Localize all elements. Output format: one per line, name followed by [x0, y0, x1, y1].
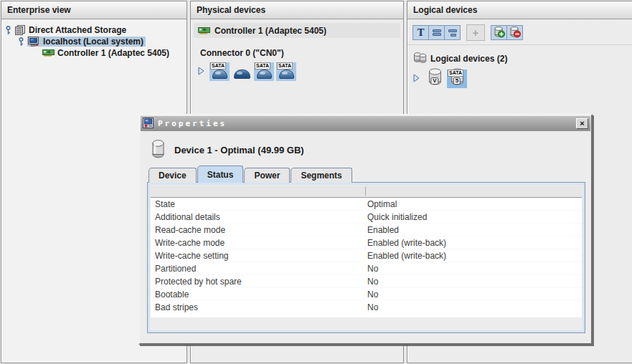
property-value: Optimal	[365, 199, 582, 209]
logical-devices-group[interactable]: Logical devices (2)	[413, 52, 632, 66]
create-logical-device-icon	[494, 26, 505, 40]
controller-bar[interactable]: Controller 1 (Adaptec 5405)	[194, 23, 400, 38]
expand-button[interactable]: +	[466, 24, 485, 41]
controller-card-icon	[42, 49, 55, 57]
tree-item-localhost[interactable]: localhost (Local system)	[1, 36, 187, 47]
logical-devices-group-label: Logical devices (2)	[430, 54, 507, 64]
create-logical-device-button[interactable]	[491, 25, 507, 40]
device-heading-row: Device 1 - Optimal (49.99 GB)	[151, 140, 591, 161]
collapse-arrow-icon[interactable]	[198, 67, 204, 77]
table-row: Write-cache settingEnabled (write-back)	[151, 249, 582, 262]
tab-status[interactable]: Status	[197, 166, 244, 183]
property-name: Protected by hot spare	[151, 277, 365, 287]
property-value: Quick initialized	[365, 212, 582, 222]
property-name: State	[151, 199, 365, 209]
table-row: Additional detailsQuick initialized	[151, 211, 582, 224]
physical-disk[interactable]: SATA	[209, 62, 230, 81]
disk-icon	[212, 70, 227, 79]
logical-device-selected[interactable]: SATA 5	[447, 70, 467, 88]
close-button[interactable]: ×	[576, 118, 588, 129]
tree-item-label: localhost (Local system)	[43, 37, 143, 47]
property-name: Read-cache mode	[151, 225, 365, 235]
physical-disk[interactable]: SATA	[254, 62, 274, 81]
tree-item-controller[interactable]: Controller 1 (Adaptec 5405)	[1, 47, 187, 59]
tree-item-label: Controller 1 (Adaptec 5405)	[57, 48, 169, 58]
device-heading: Device 1 - Optimal (49.99 GB)	[174, 145, 304, 155]
logical-device-row: V SATA 5	[413, 70, 632, 88]
table-row: Protected by hot spareNo	[151, 275, 582, 288]
delete-logical-device-button[interactable]	[506, 25, 523, 40]
property-value: No	[365, 264, 582, 274]
table-row: Bad stripesNo	[151, 301, 582, 314]
delete-logical-device-icon	[509, 26, 521, 40]
property-name: Write-cache mode	[151, 238, 365, 248]
sata-badge: SATA	[448, 70, 463, 77]
device-letter-badge: V	[430, 77, 438, 85]
table-row: Write-cache modeEnabled (write-back)	[151, 236, 582, 249]
table-header[interactable]	[151, 186, 582, 198]
property-value: No	[365, 277, 582, 287]
property-name: Bootable	[151, 289, 365, 300]
table-row: PartitionedNo	[151, 262, 582, 275]
logical-device[interactable]: V	[426, 70, 443, 88]
table-row: StateOptimal	[151, 198, 582, 211]
text-view-button[interactable]: T	[412, 25, 429, 40]
properties-table: StateOptimal Additional detailsQuick ini…	[151, 186, 582, 317]
property-name: Partitioned	[151, 264, 365, 274]
disk-icon	[234, 70, 250, 79]
property-value: Enabled	[365, 225, 582, 235]
compact-view-button[interactable]	[444, 25, 461, 40]
physical-devices-title: Physical devices	[197, 5, 265, 15]
tab-power[interactable]: Power	[244, 168, 290, 183]
logical-devices-header: Logical devices	[407, 1, 632, 19]
text-view-icon: T	[418, 28, 425, 37]
dialog-titlebar[interactable]: Properties ×	[141, 116, 590, 131]
logical-devices-group-icon	[413, 52, 427, 66]
enterprise-view-header: Enterprise view	[1, 1, 187, 19]
enterprise-tree: Direct Attached Storage localhost (Local…	[1, 19, 187, 59]
controller-card-icon	[198, 27, 210, 34]
tab-device[interactable]: Device	[148, 168, 197, 183]
property-name: Additional details	[151, 212, 365, 222]
status-tab-content: StateOptimal Additional detailsQuick ini…	[147, 182, 585, 333]
disk-icon	[257, 70, 272, 79]
physical-disk[interactable]	[232, 62, 252, 81]
full-size-view-button[interactable]	[428, 25, 445, 40]
tree-expand-handle-icon[interactable]	[5, 26, 11, 35]
full-size-view-icon	[433, 29, 441, 37]
dialog-tabs: Device Status Power Segments	[148, 166, 353, 183]
table-row: Read-cache modeEnabled	[151, 224, 582, 236]
physical-disk-row: SATA SATA SATA	[198, 62, 403, 81]
property-name: Write-cache setting	[151, 251, 365, 261]
sata-badge: SATA	[255, 62, 270, 70]
cylinder-icon	[151, 140, 165, 161]
table-row: BootableNo	[151, 288, 582, 301]
disk-icon	[279, 70, 294, 79]
enterprise-view-title: Enterprise view	[7, 5, 71, 15]
tab-segments[interactable]: Segments	[291, 168, 352, 183]
controller-label: Controller 1 (Adaptec 5405)	[214, 26, 326, 36]
logical-devices-title: Logical devices	[413, 5, 477, 15]
logical-toolbar: T +	[407, 22, 632, 45]
plus-icon: +	[473, 27, 479, 39]
connector-label: Connector 0 ("CN0")	[200, 48, 403, 58]
property-value: No	[365, 302, 582, 312]
sata-badge: SATA	[210, 62, 226, 70]
property-value: Enabled (write-back)	[365, 238, 582, 248]
physical-devices-header: Physical devices	[191, 1, 403, 19]
physical-disk[interactable]: SATA	[276, 62, 296, 81]
properties-dialog: Properties × Device 1 - Optimal (49.99 G…	[138, 114, 593, 345]
tree-item-label: Direct Attached Storage	[29, 25, 126, 35]
computer-icon	[28, 37, 40, 47]
device-number-badge: 5	[453, 77, 461, 85]
sata-badge: SATA	[277, 62, 293, 70]
collapse-arrow-icon[interactable]	[413, 74, 420, 85]
column-divider[interactable]	[365, 187, 366, 196]
tree-item-direct-attached-storage[interactable]: Direct Attached Storage	[1, 24, 187, 36]
tree-expand-handle-icon[interactable]	[18, 37, 24, 47]
property-value: No	[365, 289, 582, 300]
dialog-app-icon	[143, 118, 154, 130]
dialog-title: Properties	[158, 119, 227, 128]
tree-selection-highlight: localhost (Local system)	[27, 37, 146, 47]
property-name: Bad stripes	[151, 302, 365, 312]
